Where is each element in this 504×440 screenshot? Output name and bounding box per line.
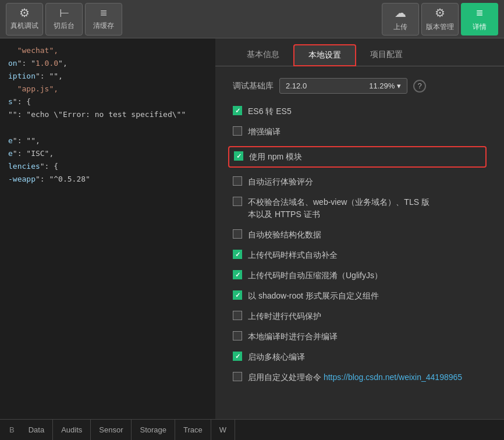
label-shadow-root: 以 shadow-root 形式展示自定义组件 — [248, 290, 379, 302]
label-auto-validate: 自动校验结构化数据 — [248, 229, 321, 241]
debug-label: 真机调试 — [10, 21, 38, 31]
status-tab-trace[interactable]: Trace — [175, 420, 211, 440]
code-line: s": { — [8, 95, 207, 108]
status-tab-w[interactable]: W — [211, 420, 235, 440]
checkbox-merge-compile[interactable] — [233, 331, 242, 340]
detail-icon: ≡ — [476, 6, 483, 20]
debug-lib-percent: 11.29% ▾ — [369, 81, 401, 90]
detail-label: 详情 — [473, 22, 487, 32]
code-line: iption": "", — [8, 70, 207, 83]
cut-button[interactable]: ⊢ 切后台 — [45, 3, 83, 36]
code-line: e": "ISC", — [8, 147, 207, 160]
checkbox-auto-eval[interactable] — [233, 176, 242, 186]
debug-lib-label: 调试基础库 — [233, 81, 274, 91]
setting-auto-validate: 自动校验结构化数据 — [233, 229, 487, 241]
label-multi-core: 启动多核心编译 — [248, 351, 305, 363]
left-panel: "wechat", on": "1.0.0", iption": "", "ap… — [0, 38, 215, 419]
clear-button[interactable]: ≡ 清缓存 — [85, 3, 122, 36]
toolbar-right-group: ☁ 上传 ⚙ 版本管理 ≡ 详情 — [382, 3, 498, 36]
code-line — [8, 122, 207, 134]
toolbar: ⚙ 真机调试 ⊢ 切后台 ≡ 清缓存 ☁ 上传 ⚙ 版本管理 ≡ 详情 — [0, 0, 504, 38]
debug-lib-version: 2.12.0 — [286, 81, 307, 90]
code-line: "wechat", — [8, 44, 207, 57]
setting-enhanced: 增强编译 — [233, 126, 487, 138]
chevron-down-icon: ▾ — [397, 81, 401, 90]
version-button[interactable]: ⚙ 版本管理 — [421, 3, 459, 36]
checkbox-auto-style[interactable] — [233, 250, 242, 259]
clear-label: 清缓存 — [93, 21, 114, 31]
setting-multi-core: 启动多核心编译 — [233, 351, 487, 363]
debug-lib-row: 调试基础库 2.12.0 11.29% ▾ ? — [233, 78, 487, 94]
debug-icon: ⚙ — [19, 7, 30, 19]
version-label: 版本管理 — [426, 22, 454, 32]
code-editor[interactable]: "wechat", on": "1.0.0", iption": "", "ap… — [0, 38, 215, 419]
code-line: e": "", — [8, 134, 207, 147]
setting-auto-style: 上传代码时样式自动补全 — [233, 249, 487, 261]
debug-button[interactable]: ⚙ 真机调试 — [6, 3, 43, 36]
cut-label: 切后台 — [54, 21, 74, 31]
tab-bar: 基本信息 本地设置 项目配置 — [215, 38, 504, 66]
checkbox-es6[interactable] — [233, 106, 242, 115]
label-es6: ES6 转 ES5 — [248, 105, 292, 118]
tab-project-config[interactable]: 项目配置 — [356, 45, 417, 66]
right-panel: 基本信息 本地设置 项目配置 调试基础库 2.12.0 11.29% ▾ — [215, 38, 504, 419]
debug-lib-select[interactable]: 2.12.0 11.29% ▾ — [279, 78, 407, 94]
toolbar-left-group: ⚙ 真机调试 ⊢ 切后台 ≡ 清缓存 — [6, 3, 122, 36]
label-custom-cmd: 启用自定义处理命令 https://blog.csdn.net/weixin_4… — [248, 371, 462, 384]
status-tab-audits[interactable]: Audits — [53, 420, 91, 440]
version-icon: ⚙ — [435, 6, 445, 20]
label-npm: 使用 npm 模块 — [249, 151, 302, 163]
settings-content: 调试基础库 2.12.0 11.29% ▾ ? ES6 转 ES5 增强编译 — [215, 66, 504, 419]
status-bar: B Data Audits Sensor Storage Trace W — [0, 419, 504, 440]
main-area: "wechat", on": "1.0.0", iption": "", "ap… — [0, 38, 504, 419]
setting-shadow-root: 以 shadow-root 形式展示自定义组件 — [233, 290, 487, 302]
label-enhanced: 增强编译 — [248, 126, 281, 138]
setting-no-check-domain: 不校验合法域名、web-view（业务域名）、TLS 版本以及 HTTPS 证书 — [233, 196, 487, 221]
detail-button[interactable]: ≡ 详情 — [461, 3, 498, 36]
label-merge-compile: 本地编译时进行合并编译 — [248, 331, 338, 343]
checkbox-shadow-root[interactable] — [233, 290, 242, 300]
setting-auto-eval: 自动运行体验评分 — [233, 176, 487, 188]
label-code-protect: 上传时进行代码保护 — [248, 310, 321, 322]
setting-npm: 使用 npm 模块 — [228, 146, 487, 168]
code-line: "": "echo \"Error: no test specified\"" — [8, 108, 207, 121]
upload-label: 上传 — [393, 22, 407, 32]
code-line: "app.js", — [8, 83, 207, 95]
code-line: on": "1.0.0", — [8, 57, 207, 70]
checkbox-auto-validate[interactable] — [233, 229, 242, 239]
cut-icon: ⊢ — [59, 7, 69, 19]
setting-custom-cmd: 启用自定义处理命令 https://blog.csdn.net/weixin_4… — [233, 371, 487, 384]
checkbox-multi-core[interactable] — [233, 352, 242, 361]
setting-code-protect: 上传时进行代码保护 — [233, 310, 487, 322]
label-uglify: 上传代码时自动压缩混淆（UglifyJs） — [248, 269, 382, 282]
checkbox-no-check-domain[interactable] — [233, 197, 242, 206]
code-line: lencies": { — [8, 160, 207, 173]
status-tab-sensor[interactable]: Sensor — [91, 420, 132, 440]
setting-merge-compile: 本地编译时进行合并编译 — [233, 331, 487, 343]
tab-basic-info[interactable]: 基本信息 — [233, 45, 293, 66]
setting-es6: ES6 转 ES5 — [233, 105, 487, 118]
clear-icon: ≡ — [100, 7, 107, 19]
checkbox-npm[interactable] — [234, 151, 243, 161]
custom-cmd-link[interactable]: https://blog.csdn.net/weixin_44198965 — [324, 372, 462, 382]
status-tab-storage[interactable]: Storage — [132, 420, 175, 440]
upload-icon: ☁ — [395, 6, 406, 20]
status-left-text: B — [3, 425, 20, 434]
label-auto-style: 上传代码时样式自动补全 — [248, 249, 338, 261]
code-line: -weapp": "^0.5.28" — [8, 173, 207, 186]
tab-local-settings[interactable]: 本地设置 — [293, 44, 356, 66]
help-icon[interactable]: ? — [413, 80, 426, 93]
upload-button[interactable]: ☁ 上传 — [382, 3, 419, 36]
checkbox-custom-cmd[interactable] — [233, 372, 242, 381]
setting-uglify: 上传代码时自动压缩混淆（UglifyJs） — [233, 269, 487, 282]
checkbox-uglify[interactable] — [233, 270, 242, 279]
label-auto-eval: 自动运行体验评分 — [248, 176, 313, 188]
checkbox-enhanced[interactable] — [233, 126, 242, 136]
label-no-check-domain: 不校验合法域名、web-view（业务域名）、TLS 版本以及 HTTPS 证书 — [248, 196, 430, 221]
checkbox-code-protect[interactable] — [233, 311, 242, 320]
status-tab-data[interactable]: Data — [20, 420, 53, 440]
